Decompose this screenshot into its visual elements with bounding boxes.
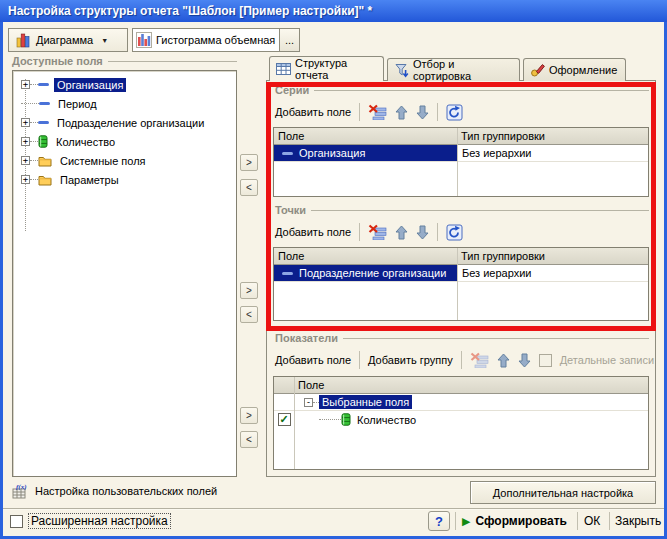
diagram-button-label: Диаграмма (36, 34, 93, 46)
move-up-icon[interactable] (395, 105, 408, 120)
move-down-icon[interactable] (518, 353, 531, 368)
expand-icon[interactable]: + (21, 137, 30, 146)
indicators-title: Показатели (275, 332, 338, 344)
available-fields-title: Доступные поля (12, 55, 103, 67)
table-row[interactable]: Организация Без иерархии (274, 145, 648, 162)
remove-field-icon[interactable] (368, 224, 387, 240)
extended-settings-toggle[interactable]: Расширенная настройка (10, 513, 171, 529)
tree-item-department[interactable]: + Подразделение организации (21, 114, 207, 131)
remove-field-icon[interactable] (368, 104, 387, 120)
group-divider (343, 338, 649, 339)
tree-item-quantity[interactable]: + Количество (21, 133, 118, 150)
tree-item-label[interactable]: Период (55, 97, 100, 111)
move-right-button[interactable]: > (240, 407, 258, 424)
tree-item-period[interactable]: Период (21, 95, 100, 112)
toolbar-separator (461, 351, 462, 369)
move-left-button[interactable]: < (240, 306, 258, 323)
tab-report-structure[interactable]: Структура отчета (269, 56, 384, 81)
tree-item-label[interactable]: Подразделение организации (54, 116, 207, 130)
available-fields-tree[interactable]: + Организация Период + Подразделение орг… (12, 70, 237, 477)
group-divider (108, 61, 237, 62)
diagram-type-button[interactable]: Диаграмма ▼ (8, 28, 128, 52)
custom-fields-label: Настройка пользовательских полей (35, 485, 217, 497)
generate-report-button[interactable]: ▶ Сформировать (462, 511, 567, 531)
move-right-button[interactable]: > (240, 154, 258, 171)
tree-item-organization[interactable]: + Организация (21, 76, 126, 93)
table-row[interactable]: ✓ Количество (274, 411, 648, 428)
points-table-header[interactable]: Поле Тип группировки (274, 248, 648, 265)
chart-type-value: Гистограмма объемная (156, 34, 275, 46)
indicators-table-header[interactable]: Поле (274, 377, 648, 394)
resource-field-icon (38, 135, 48, 148)
series-table-header[interactable]: Поле Тип группировки (274, 128, 648, 145)
column-header[interactable]: Тип группировки (457, 130, 545, 142)
indicators-add-group-button[interactable]: Добавить группу (368, 354, 453, 366)
group-divider (311, 210, 649, 211)
move-down-icon[interactable] (416, 225, 429, 240)
tree-item-system-fields[interactable]: + Системные поля (21, 152, 149, 169)
column-header[interactable]: Тип группировки (457, 250, 545, 262)
move-up-icon[interactable] (497, 353, 510, 368)
move-left-button[interactable]: < (240, 431, 258, 448)
tree-item-label[interactable]: Системные поля (57, 154, 149, 168)
dialog-title: Настройка структуры отчета "Шаблон [Прим… (8, 4, 372, 18)
points-add-field-button[interactable]: Добавить поле (275, 226, 351, 238)
group-divider (314, 90, 649, 91)
help-button[interactable]: ? (428, 511, 450, 531)
expand-icon[interactable]: + (21, 118, 30, 127)
collapse-icon[interactable]: - (304, 398, 313, 407)
folder-icon (38, 174, 52, 186)
histogram-icon (136, 32, 152, 48)
tab-label: Отбор и сортировка (413, 58, 513, 82)
filter-sort-icon (394, 63, 409, 78)
refresh-icon[interactable] (446, 224, 463, 241)
row-checkbox[interactable]: ✓ (278, 413, 291, 426)
refresh-icon[interactable] (446, 104, 463, 121)
toolbar-separator (609, 512, 610, 530)
series-add-field-button[interactable]: Добавить поле (275, 106, 351, 118)
toolbar-separator (577, 512, 578, 530)
custom-fields-button[interactable]: f(x) Настройка пользовательских полей (12, 482, 217, 499)
move-down-icon[interactable] (416, 105, 429, 120)
series-title: Серии (275, 84, 309, 96)
additional-settings-button[interactable]: Дополнительная настройка (470, 481, 656, 504)
tab-filter-sort[interactable]: Отбор и сортировка (387, 58, 520, 81)
row-label[interactable]: Количество (357, 414, 416, 426)
table-row[interactable]: - Выбранные поля (274, 394, 648, 411)
generate-label: Сформировать (475, 514, 566, 528)
detail-records-checkbox (539, 354, 552, 367)
chart-type-more-button[interactable]: ... (279, 29, 299, 51)
toolbar-separator (437, 103, 438, 121)
column-header[interactable]: Поле (274, 130, 457, 142)
extended-settings-checkbox[interactable] (10, 515, 23, 528)
column-header[interactable]: Поле (274, 250, 457, 262)
tree-item-parameters[interactable]: + Параметры (21, 171, 122, 188)
chart-type-field[interactable]: Гистограмма объемная ... (132, 28, 300, 52)
tree-item-label[interactable]: Количество (53, 135, 118, 149)
column-divider (457, 248, 458, 320)
status-bar-divider (3, 508, 664, 509)
extended-settings-label[interactable]: Расширенная настройка (28, 513, 171, 529)
tab-appearance[interactable]: Оформление (523, 58, 626, 81)
indicators-add-field-button[interactable]: Добавить поле (275, 354, 351, 366)
tree-item-label[interactable]: Параметры (57, 173, 122, 187)
column-header[interactable]: Поле (294, 379, 324, 391)
row-label[interactable]: Выбранные поля (319, 395, 412, 409)
series-table[interactable]: Поле Тип группировки Организация Без иер… (273, 127, 649, 197)
tree-item-label[interactable]: Организация (54, 78, 126, 92)
points-table[interactable]: Поле Тип группировки Подразделение орган… (273, 247, 649, 321)
close-button[interactable]: Закрыть (615, 511, 661, 531)
expand-icon[interactable]: + (21, 156, 30, 165)
move-up-icon[interactable] (395, 225, 408, 240)
detail-records-label: Детальные записи (560, 354, 654, 366)
row-field-label: Подразделение организации (299, 267, 446, 279)
move-right-button[interactable]: > (240, 282, 258, 299)
ok-button[interactable]: ОК (584, 511, 600, 531)
expand-icon[interactable]: + (21, 80, 30, 89)
move-left-button[interactable]: < (240, 179, 258, 196)
expand-icon[interactable]: + (21, 175, 30, 184)
dimension-field-icon (38, 83, 49, 86)
title-bar[interactable]: Настройка структуры отчета "Шаблон [Прим… (0, 0, 667, 22)
table-row[interactable]: Подразделение организации Без иерархии (274, 265, 648, 282)
indicators-table[interactable]: Поле - Выбранные поля ✓ (273, 376, 649, 470)
